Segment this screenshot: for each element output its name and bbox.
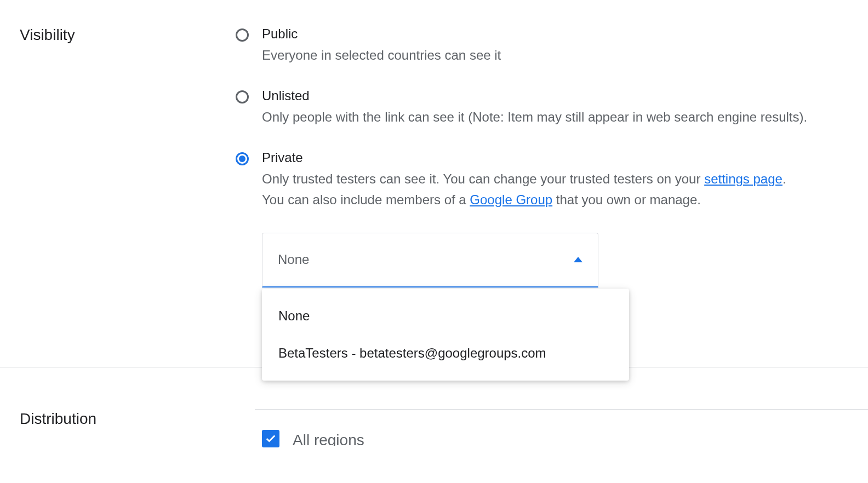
chevron-up-icon [574, 257, 583, 262]
visibility-option-private[interactable]: Private Only trusted testers can see it.… [236, 150, 813, 209]
settings-page-link[interactable]: settings page [704, 171, 783, 186]
radio-description-unlisted: Only people with the link can see it (No… [262, 107, 807, 127]
dropdown-selected-value: None [278, 252, 309, 267]
visibility-option-unlisted[interactable]: Unlisted Only people with the link can s… [236, 88, 813, 127]
radio-text-group: Private Only trusted testers can see it.… [262, 150, 786, 209]
checkmark-icon [265, 433, 277, 445]
distribution-label-column: Distribution [0, 408, 236, 447]
radio-label-private: Private [262, 150, 786, 165]
visibility-option-public[interactable]: Public Everyone in selected countries ca… [236, 26, 813, 65]
group-dropdown[interactable]: None [262, 233, 598, 288]
radio-description-public: Everyone in selected countries can see i… [262, 45, 501, 65]
google-group-link[interactable]: Google Group [470, 192, 552, 207]
distribution-content: All regions [262, 408, 364, 447]
visibility-heading: Visibility [20, 26, 236, 44]
visibility-section: Visibility Public Everyone in selected c… [0, 0, 868, 288]
radio-icon-selected[interactable] [236, 152, 249, 165]
visibility-content: Public Everyone in selected countries ca… [236, 0, 868, 288]
dropdown-option-betatesters[interactable]: BetaTesters - betatesters@googlegroups.c… [262, 335, 629, 372]
visibility-label-column: Visibility [0, 0, 236, 288]
description-text: Only trusted testers can see it. You can… [262, 171, 704, 186]
distribution-heading: Distribution [20, 410, 236, 428]
description-text: . [783, 171, 786, 186]
description-text: You can also include members of a [262, 192, 470, 207]
radio-label-unlisted: Unlisted [262, 88, 807, 104]
description-text: that you own or manage. [552, 192, 701, 207]
radio-description-private: Only trusted testers can see it. You can… [262, 169, 786, 209]
group-dropdown-wrapper: None None BetaTesters - betatesters@goog… [262, 233, 813, 288]
distribution-section: Distribution All regions [0, 408, 868, 447]
dropdown-option-none[interactable]: None [262, 297, 629, 335]
radio-icon[interactable] [236, 28, 249, 42]
radio-icon[interactable] [236, 90, 249, 104]
radio-text-group: Unlisted Only people with the link can s… [262, 88, 807, 127]
radio-label-public: Public [262, 26, 501, 42]
radio-text-group: Public Everyone in selected countries ca… [262, 26, 501, 65]
group-dropdown-menu: None BetaTesters - betatesters@googlegro… [262, 289, 629, 381]
all-regions-label: All regions [293, 432, 364, 446]
all-regions-checkbox[interactable] [262, 430, 279, 447]
